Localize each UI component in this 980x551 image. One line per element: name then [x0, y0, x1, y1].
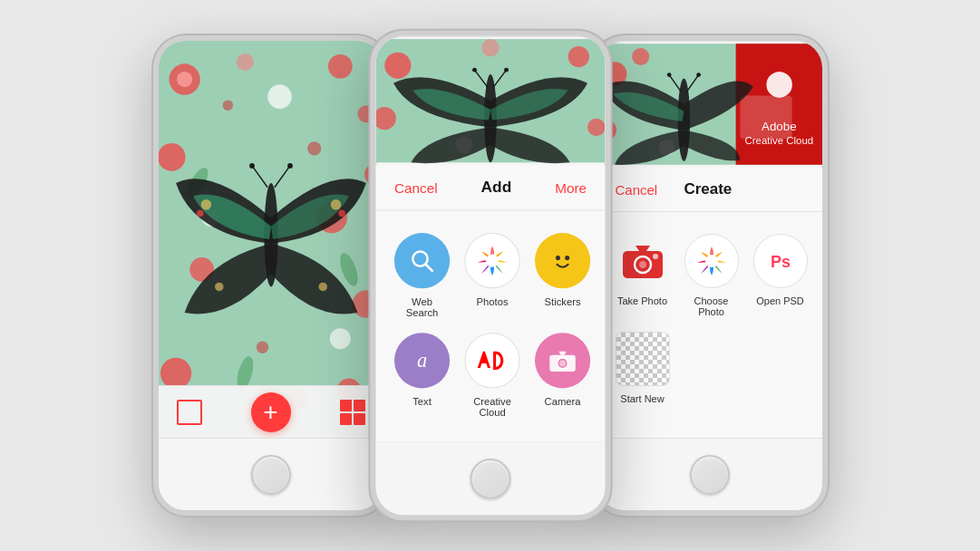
phone-3-header: Cancel Create	[597, 168, 822, 212]
home-button-2[interactable]	[470, 458, 510, 498]
page-dots	[375, 440, 605, 441]
svg-point-28	[196, 210, 203, 218]
svg-point-60	[632, 48, 649, 65]
grid-tool-icon[interactable]	[340, 400, 365, 425]
menu-item-camera[interactable]: Camera	[534, 333, 589, 418]
phone-3: ⬤ Adobe Creative Cloud	[592, 35, 828, 516]
phone-3-screen: ⬤ Adobe Creative Cloud	[597, 41, 822, 438]
create-menu-row-1: Take Photo	[597, 212, 822, 332]
svg-point-33	[287, 163, 293, 169]
web-search-icon	[393, 233, 449, 288]
choose-photo-label: Choose Photo	[684, 295, 739, 317]
menu-item-web-search[interactable]: Web Search	[393, 233, 449, 318]
svg-point-16	[256, 342, 267, 353]
more-button[interactable]: More	[555, 179, 587, 195]
svg-point-19	[329, 328, 350, 349]
phone-2: Cancel Add More Web Search	[370, 31, 610, 521]
svg-point-75	[639, 261, 646, 268]
camera-icon	[534, 333, 589, 388]
svg-point-15	[307, 141, 321, 155]
cancel-button-2[interactable]: Cancel	[393, 179, 437, 195]
phone-2-top-image	[375, 36, 605, 166]
svg-point-29	[338, 210, 345, 218]
svg-point-5	[159, 143, 186, 171]
photos-label: Photos	[476, 295, 508, 306]
start-new-icon	[616, 332, 670, 386]
menu-item-creative-cloud[interactable]: Creative Cloud	[464, 333, 519, 418]
phone-2-header: Cancel Add More	[375, 166, 605, 211]
menu-item-choose-photo[interactable]: Choose Photo	[684, 234, 739, 317]
phones-container: +	[153, 35, 828, 516]
phone-1-toolbar: +	[159, 385, 383, 438]
phone-2-screen: Cancel Add More Web Search	[375, 36, 605, 441]
svg-point-12	[236, 53, 253, 71]
svg-text:Ps: Ps	[770, 253, 790, 271]
create-title: Create	[684, 180, 732, 198]
svg-point-17	[267, 84, 292, 109]
svg-point-3	[327, 54, 352, 79]
photos-icon	[464, 233, 519, 288]
cancel-button-3[interactable]: Cancel	[616, 182, 658, 198]
phone-1-background: +	[159, 41, 383, 438]
svg-point-14	[222, 100, 232, 110]
svg-point-32	[249, 163, 255, 169]
home-button-3[interactable]	[690, 455, 730, 495]
menu-item-photos[interactable]: Photos	[464, 233, 519, 318]
svg-point-25	[330, 199, 340, 209]
svg-text:a: a	[416, 349, 426, 372]
svg-point-26	[215, 283, 224, 292]
phone-1: +	[153, 35, 389, 516]
add-menu-grid: Web Search	[375, 211, 605, 440]
stickers-label: Stickers	[544, 295, 580, 306]
svg-point-2	[177, 72, 192, 87]
take-photo-label: Take Photo	[617, 295, 667, 306]
text-label: Text	[412, 396, 432, 407]
phone-2-bottom	[375, 441, 605, 516]
menu-item-open-psd[interactable]: Ps Open PSD	[753, 234, 808, 317]
menu-item-start-new[interactable]: Start New	[616, 332, 670, 404]
add-title: Add	[480, 179, 511, 197]
phone-1-screen: +	[159, 41, 383, 438]
svg-point-37	[375, 107, 395, 130]
svg-point-27	[318, 283, 327, 292]
open-psd-icon: Ps	[753, 234, 808, 288]
take-photo-icon	[616, 234, 670, 288]
phone-2-bottom-panel: Cancel Add More Web Search	[375, 166, 605, 441]
svg-point-10	[160, 358, 190, 389]
choose-photo-icon	[684, 234, 739, 288]
stickers-icon	[534, 233, 589, 288]
creative-cloud-label: Creative Cloud	[464, 396, 519, 418]
svg-text:⬤: ⬤	[765, 70, 792, 98]
creative-cloud-icon	[464, 333, 519, 388]
phone-3-top-image: ⬤ Adobe Creative Cloud	[597, 41, 822, 168]
svg-line-47	[425, 265, 432, 271]
svg-rect-67	[740, 95, 791, 139]
web-search-label: Web Search	[393, 295, 449, 317]
home-button-1[interactable]	[251, 455, 291, 495]
add-button[interactable]: +	[251, 392, 291, 432]
open-psd-label: Open PSD	[756, 295, 804, 306]
text-icon: a	[393, 333, 449, 388]
start-new-label: Start New	[620, 393, 664, 404]
camera-label: Camera	[544, 396, 580, 407]
menu-item-take-photo[interactable]: Take Photo	[616, 234, 670, 317]
phone-1-bottom	[159, 438, 383, 510]
phone-3-bottom-panel: Cancel Create	[597, 168, 822, 438]
phone-3-bottom	[597, 438, 822, 510]
menu-item-text[interactable]: a Text	[393, 333, 449, 418]
svg-point-77	[705, 255, 718, 267]
crop-tool-icon[interactable]	[177, 400, 202, 425]
svg-point-72	[696, 72, 701, 77]
menu-item-stickers[interactable]: Stickers	[534, 233, 589, 318]
create-menu-row-2: Start New	[597, 332, 822, 419]
svg-point-50	[550, 248, 575, 273]
svg-point-71	[666, 72, 671, 77]
svg-point-76	[653, 254, 658, 259]
svg-point-24	[200, 199, 210, 209]
